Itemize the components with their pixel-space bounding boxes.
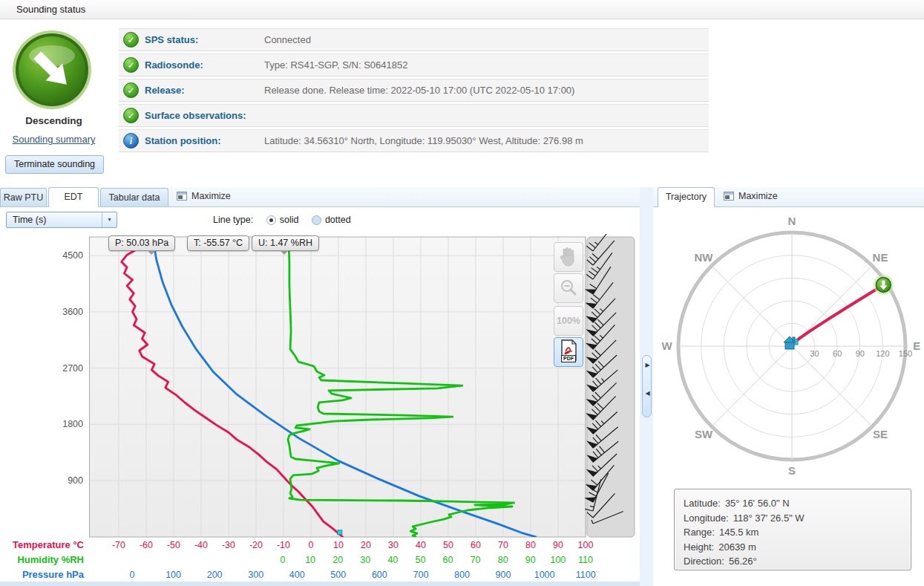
zoom-level-label: 100% — [554, 307, 583, 335]
svg-text:70: 70 — [471, 555, 481, 565]
svg-text:90: 90 — [856, 349, 865, 358]
maximize-label: Maximize — [191, 191, 231, 201]
radio-solid-label[interactable]: solid — [280, 215, 299, 225]
svg-text:60: 60 — [443, 555, 453, 565]
radio-dotted-label[interactable]: dotted — [325, 215, 351, 225]
sounding-state-label: Descending — [0, 115, 108, 126]
release-marker — [338, 530, 342, 535]
status-label: Surface observations: — [145, 105, 246, 127]
humidity-axis: Humidity %RH0102030405060708090100110 — [17, 554, 593, 565]
zoom-reset-button[interactable]: 100% — [554, 306, 583, 336]
svg-text:1100: 1100 — [576, 570, 596, 580]
svg-text:800: 800 — [454, 570, 470, 580]
export-pdf-button[interactable]: PDF — [554, 337, 583, 367]
info-direction: Direction:56.26° — [684, 554, 902, 569]
status-rows: SPS status: Connected Radiosonde: Type: … — [119, 28, 709, 154]
chevron-down-icon — [102, 212, 117, 227]
svg-text:80: 80 — [525, 540, 536, 550]
plot-area — [90, 237, 586, 537]
svg-text:900: 900 — [68, 475, 83, 486]
status-label: SPS status: — [145, 29, 198, 51]
y-axis-selector-dropdown[interactable]: Time (s) — [6, 212, 117, 228]
svg-text:Humidity %RH: Humidity %RH — [17, 554, 84, 565]
sounding-summary-link[interactable]: Sounding summary — [0, 134, 108, 145]
svg-text:20: 20 — [361, 540, 371, 550]
app-root: Sounding status Descending Sounding summ… — [0, 0, 924, 586]
tab-trajectory[interactable]: Trajectory — [658, 187, 715, 207]
zoom-out-icon — [554, 274, 583, 302]
svg-text:200: 200 — [207, 570, 223, 580]
svg-text:-60: -60 — [140, 540, 153, 550]
tooltip-tail — [280, 250, 289, 259]
page-title: Sounding status — [16, 4, 85, 15]
status-ok-icon — [123, 82, 139, 98]
compass-ring-labels: 306090120150 — [810, 349, 912, 358]
descending-status-icon — [10, 28, 94, 111]
svg-text:300: 300 — [248, 570, 263, 580]
status-value: Connected — [264, 29, 311, 51]
profile-chart[interactable]: 9001800270036004500Temperature °C-70-60-… — [0, 234, 640, 582]
svg-text:-30: -30 — [222, 540, 235, 550]
pan-tool-button[interactable] — [554, 242, 583, 272]
trajectory-compass[interactable]: NNEESESSWWNW306090120150 — [653, 207, 924, 489]
expand-right-icon — [644, 362, 651, 368]
svg-text:110: 110 — [578, 555, 593, 565]
splitter-collapse-handle[interactable] — [642, 355, 652, 417]
svg-text:500: 500 — [330, 570, 346, 580]
svg-text:W: W — [662, 339, 673, 352]
zoom-out-button[interactable] — [554, 273, 583, 303]
svg-text:900: 900 — [496, 570, 511, 580]
svg-text:0: 0 — [130, 570, 135, 580]
radio-solid[interactable] — [266, 215, 276, 225]
svg-text:100: 100 — [578, 540, 594, 550]
svg-text:0: 0 — [281, 555, 286, 565]
svg-text:30: 30 — [810, 349, 819, 358]
panel-splitter — [640, 187, 653, 586]
status-row-sps: SPS status: Connected — [119, 28, 709, 51]
tab-tabular-data[interactable]: Tabular data — [100, 188, 168, 206]
svg-text:S: S — [788, 464, 796, 477]
svg-text:-50: -50 — [167, 540, 180, 550]
maximize-left-panel-button[interactable]: Maximize — [177, 191, 231, 203]
status-ok-icon — [123, 32, 139, 48]
svg-text:400: 400 — [289, 570, 305, 580]
status-ok-icon — [123, 57, 139, 73]
svg-text:10: 10 — [333, 540, 344, 550]
temperature-axis: Temperature °C-70-60-50-40-30-20-1001020… — [13, 539, 593, 550]
status-value: Latitude: 34.56310° North, Longitude: 11… — [264, 130, 583, 152]
radio-dotted[interactable] — [312, 215, 321, 225]
collapse-left-icon — [644, 390, 651, 397]
svg-text:NE: NE — [873, 251, 888, 264]
status-row-release: Release: Release done. Release time: 202… — [119, 79, 709, 102]
line-type-group: Line type: solid dotted — [213, 214, 351, 227]
tab-raw-ptu[interactable]: Raw PTU — [0, 188, 47, 206]
svg-text:-20: -20 — [249, 540, 263, 550]
line-type-label: Line type: — [213, 215, 253, 225]
svg-text:70: 70 — [498, 540, 508, 550]
maximize-label: Maximize — [738, 191, 778, 201]
svg-text:40: 40 — [416, 540, 426, 550]
svg-text:E: E — [913, 339, 920, 352]
svg-text:120: 120 — [876, 349, 889, 358]
svg-text:40: 40 — [387, 555, 398, 565]
temperature-readout-tooltip: T: -55.57 °C — [187, 235, 249, 251]
status-row-surface-observations: Surface observations: — [119, 104, 709, 127]
pressure-readout-tooltip: P: 50.03 hPa — [108, 235, 175, 251]
horizontal-scroll-strip[interactable] — [0, 582, 640, 586]
terminate-sounding-button[interactable]: Terminate sounding — [5, 155, 104, 174]
svg-text:1800: 1800 — [62, 419, 83, 429]
svg-text:-70: -70 — [112, 540, 125, 550]
maximize-right-panel-button[interactable]: Maximize — [724, 191, 778, 203]
tab-edt[interactable]: EDT — [48, 187, 99, 207]
svg-text:-10: -10 — [277, 540, 290, 550]
svg-text:4500: 4500 — [62, 250, 83, 261]
info-latitude: Latitude:35° 16' 56.0" N — [684, 496, 902, 511]
status-ok-icon — [123, 108, 139, 123]
pressure-axis: Pressure hPa0100200300400500600700800900… — [22, 569, 596, 580]
info-range: Range:145.5 km — [684, 525, 902, 540]
svg-text:SE: SE — [873, 428, 888, 440]
status-value: Release done. Release time: 2022-05-10 1… — [264, 79, 574, 102]
svg-text:3600: 3600 — [62, 307, 83, 317]
svg-text:20: 20 — [332, 555, 343, 565]
status-label: Release: — [145, 79, 184, 102]
